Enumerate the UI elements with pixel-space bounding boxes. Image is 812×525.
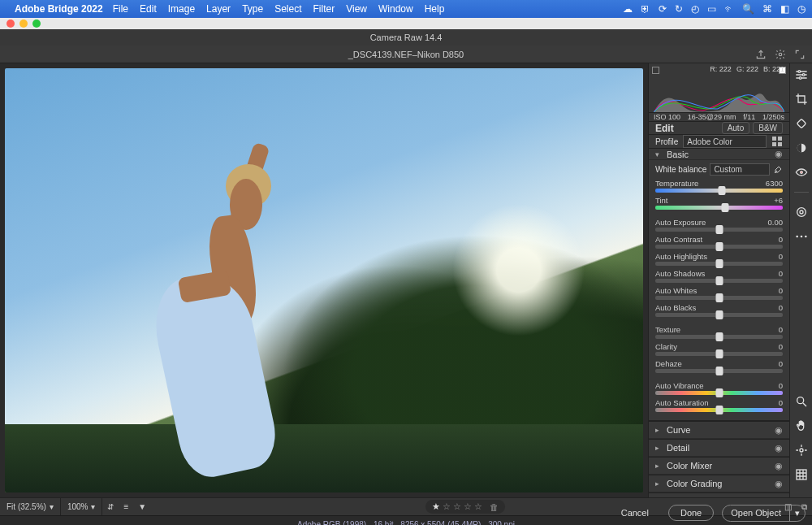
section-curve[interactable]: ▸ Curve ◉: [649, 421, 789, 439]
gear-icon[interactable]: [775, 49, 786, 60]
done-button[interactable]: Done: [668, 505, 714, 521]
mask-tool-icon[interactable]: [795, 141, 808, 154]
menu-select[interactable]: Select: [274, 3, 301, 15]
white-balance-label: White balance: [655, 165, 706, 174]
section-color-mixer[interactable]: ▸ Color Mixer ◉: [649, 457, 789, 475]
zoom-tool-icon[interactable]: [795, 395, 808, 408]
shadow-clip-indicator[interactable]: [652, 67, 659, 74]
minimize-window-button[interactable]: [19, 20, 28, 28]
trash-icon[interactable]: 🗑: [490, 502, 499, 512]
star-3[interactable]: ☆: [453, 501, 461, 512]
preset-icon[interactable]: [795, 206, 808, 219]
sort-icon[interactable]: ≡: [119, 502, 133, 511]
eyedropper-icon[interactable]: [773, 165, 783, 175]
cancel-button[interactable]: Cancel: [610, 505, 660, 520]
auto-button[interactable]: Auto: [722, 122, 750, 134]
search-icon[interactable]: 🔍: [742, 3, 754, 15]
eye-icon[interactable]: ◉: [775, 425, 783, 436]
slider-dehaze[interactable]: Dehaze0: [655, 359, 783, 373]
color-sampler-icon[interactable]: [795, 444, 808, 457]
slider-tint[interactable]: Tint+6: [655, 196, 783, 210]
edit-tool-icon[interactable]: [795, 68, 808, 81]
slider-whites[interactable]: Auto Whites0: [655, 286, 783, 300]
fullscreen-icon[interactable]: [794, 49, 806, 60]
section-basic[interactable]: ▾ Basic ◉: [649, 149, 789, 160]
star-5[interactable]: ☆: [474, 501, 482, 512]
svg-point-7: [799, 77, 801, 80]
menu-file[interactable]: File: [113, 3, 128, 15]
section-detail[interactable]: ▸ Detail ◉: [649, 439, 789, 457]
menu-view[interactable]: View: [346, 3, 367, 15]
svg-point-10: [800, 171, 802, 174]
clock-icon[interactable]: ◴: [691, 3, 699, 15]
slider-contrast[interactable]: Auto Contrast0: [655, 235, 783, 249]
heal-tool-icon[interactable]: [795, 117, 808, 130]
menu-help[interactable]: Help: [425, 3, 445, 15]
zoom-window-button[interactable]: [32, 20, 41, 28]
slider-exposure[interactable]: Auto Exposure0.00: [655, 218, 783, 232]
more-icon[interactable]: [795, 230, 808, 243]
star-2[interactable]: ☆: [443, 501, 451, 512]
zoom-100-button[interactable]: 100%▾: [61, 498, 103, 515]
white-balance-select[interactable]: Custom: [710, 163, 770, 176]
slider-saturation[interactable]: Auto Saturation0: [655, 398, 783, 412]
rating-bar[interactable]: ★ ☆ ☆ ☆ ☆ 🗑: [425, 500, 505, 514]
eye-icon[interactable]: ◉: [775, 443, 783, 453]
image-preview[interactable]: [0, 63, 648, 497]
fit-zoom-button[interactable]: Fit (32.5%)▾: [0, 498, 61, 515]
slider-blacks[interactable]: Auto Blacks0: [655, 303, 783, 317]
chevron-down-icon[interactable]: ▾: [789, 505, 805, 521]
redeye-tool-icon[interactable]: [795, 166, 808, 179]
close-window-button[interactable]: [6, 20, 15, 28]
toggle-grid-icon[interactable]: [795, 468, 808, 481]
slider-shadows[interactable]: Auto Shadows0: [655, 269, 783, 283]
camera-model: Nikon D850: [417, 50, 464, 59]
star-4[interactable]: ☆: [464, 501, 472, 512]
aperture-value: f/11: [743, 113, 755, 121]
crop-tool-icon[interactable]: [795, 93, 808, 106]
chevron-down-icon: ▾: [655, 150, 663, 158]
filmstrip-orientation-icon[interactable]: ⇵: [102, 502, 119, 511]
menu-type[interactable]: Type: [242, 3, 263, 15]
control-icon[interactable]: ⌘: [762, 3, 772, 15]
svg-rect-18: [797, 470, 806, 479]
battery-icon[interactable]: ▭: [707, 3, 716, 15]
slider-clarity[interactable]: Clarity0: [655, 342, 783, 356]
filter-icon[interactable]: ▼: [133, 502, 151, 511]
eye-icon[interactable]: ◉: [775, 461, 783, 471]
user-icon[interactable]: ◧: [780, 3, 789, 15]
slider-temperature[interactable]: Temperature6300: [655, 179, 783, 193]
sync-icon[interactable]: ⟳: [659, 3, 667, 15]
star-1[interactable]: ★: [432, 501, 440, 512]
histogram[interactable]: R: 222 G: 222 B: 221: [649, 63, 789, 113]
menu-layer[interactable]: Layer: [206, 3, 231, 15]
open-object-button[interactable]: Open Object▾: [722, 505, 806, 522]
svg-rect-4: [778, 142, 782, 146]
photo-canvas: [5, 68, 643, 492]
acr-title-text: Camera Raw 14.4: [370, 33, 443, 42]
bw-button[interactable]: B&W: [753, 122, 783, 134]
hand-tool-icon[interactable]: [795, 419, 808, 432]
profile-select[interactable]: Adobe Color: [683, 135, 767, 148]
menu-window[interactable]: Window: [378, 3, 413, 15]
clock2-icon[interactable]: ◷: [797, 3, 806, 15]
eye-icon[interactable]: ◉: [775, 479, 783, 489]
wifi-icon[interactable]: ᯤ: [724, 3, 734, 15]
svg-point-6: [802, 74, 805, 76]
eye-icon[interactable]: ◉: [775, 149, 783, 159]
cc-icon[interactable]: ☁: [623, 3, 633, 15]
refresh-icon[interactable]: ↻: [675, 3, 683, 15]
slider-vibrance[interactable]: Auto Vibrance0: [655, 381, 783, 395]
shield-icon[interactable]: ⛨: [641, 3, 650, 15]
svg-rect-1: [772, 137, 776, 141]
profile-browser-icon[interactable]: [771, 136, 783, 147]
section-optics[interactable]: ▸ Optics: [649, 492, 789, 497]
slider-texture[interactable]: Texture0: [655, 325, 783, 339]
menu-image[interactable]: Image: [168, 3, 195, 15]
export-icon[interactable]: [755, 49, 767, 60]
menu-filter[interactable]: Filter: [313, 3, 335, 15]
acr-titlebar: Camera Raw 14.4: [0, 29, 812, 46]
slider-highlights[interactable]: Auto Highlights0: [655, 252, 783, 266]
section-color-grading[interactable]: ▸ Color Grading ◉: [649, 475, 789, 492]
menu-edit[interactable]: Edit: [140, 3, 157, 15]
